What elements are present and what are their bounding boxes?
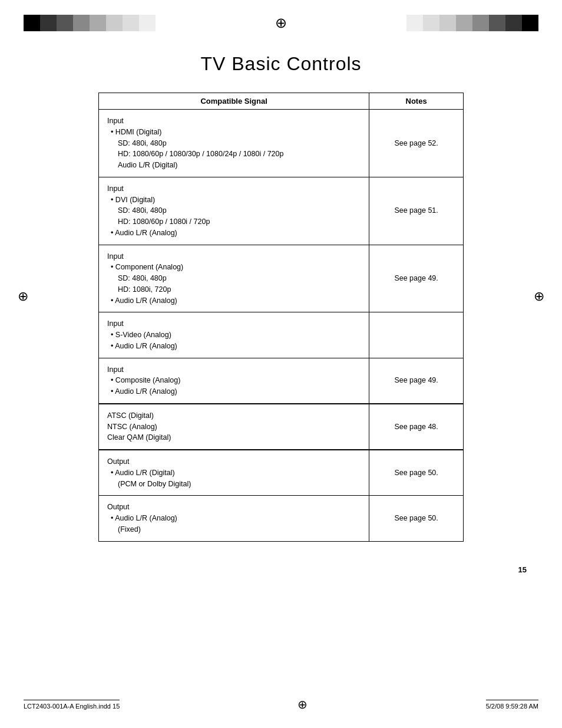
notes-cell-composite: See page 49. xyxy=(369,358,464,404)
notes-cell-hdmi: See page 52. xyxy=(369,110,464,177)
grad-cell-r5 xyxy=(472,15,489,31)
signal-output-digital-audio: • Audio L/R (Digital) xyxy=(107,467,361,479)
notes-cell-output-analog: See page 50. xyxy=(369,496,464,541)
col-header-signal: Compatible Signal xyxy=(99,93,369,110)
signal-cell-composite: Input • Composite (Analog) • Audio L/R (… xyxy=(99,358,369,404)
notes-cell-component: See page 49. xyxy=(369,245,464,312)
signal-svideo-audio: • Audio L/R (Analog) xyxy=(107,341,361,352)
table-row: Input • Composite (Analog) • Audio L/R (… xyxy=(99,358,464,404)
signal-component-sd: SD: 480i, 480p xyxy=(107,273,361,284)
table-row: Output • Audio L/R (Analog) (Fixed) See … xyxy=(99,496,464,541)
signal-cell-output-digital: Output • Audio L/R (Digital) (PCM or Dol… xyxy=(99,450,369,496)
signal-svideo: • S-Video (Analog) xyxy=(107,330,361,341)
grad-cell-r1 xyxy=(406,15,423,31)
signal-label-input3: Input xyxy=(107,251,361,262)
signal-composite-audio: • Audio L/R (Analog) xyxy=(107,386,361,397)
grad-cell-7 xyxy=(123,15,139,31)
notes-cell-atsc: See page 48. xyxy=(369,404,464,450)
table-row: Input • HDMI (Digital) SD: 480i, 480p HD… xyxy=(99,110,464,177)
table-row: Output • Audio L/R (Digital) (PCM or Dol… xyxy=(99,450,464,496)
signal-output-analog-audio: • Audio L/R (Analog) xyxy=(107,513,361,524)
grad-cell-r7 xyxy=(505,15,522,31)
signal-output-pcm: (PCM or Dolby Digital) xyxy=(107,479,361,490)
grad-cell-3 xyxy=(57,15,73,31)
grad-cell-5 xyxy=(90,15,106,31)
signal-dvi: • DVI (Digital) xyxy=(107,195,361,206)
crosshair-left: ⊕ xyxy=(18,289,28,304)
signal-component-audio: • Audio L/R (Analog) xyxy=(107,295,361,307)
signal-component: • Component (Analog) xyxy=(107,262,361,273)
page-title: TV Basic Controls xyxy=(35,53,527,75)
signal-qam: Clear QAM (Digital) xyxy=(107,432,361,443)
signal-dvi-hd: HD: 1080/60p / 1080i / 720p xyxy=(107,216,361,228)
table-row: ATSC (Digital) NTSC (Analog) Clear QAM (… xyxy=(99,404,464,450)
col-header-notes: Notes xyxy=(369,93,464,110)
signal-label-input4: Input xyxy=(107,318,361,330)
grad-cell-r2 xyxy=(423,15,439,31)
grad-cell-r4 xyxy=(456,15,472,31)
table-row: Input • S-Video (Analog) • Audio L/R (An… xyxy=(99,312,464,358)
page-number-value: 15 xyxy=(518,565,527,574)
signal-hdmi-sd: SD: 480i, 480p xyxy=(107,138,361,149)
page-content: TV Basic Controls Compatible Signal Note… xyxy=(0,41,562,565)
table-row: Input • Component (Analog) SD: 480i, 480… xyxy=(99,245,464,312)
signal-cell-svideo: Input • S-Video (Analog) • Audio L/R (An… xyxy=(99,312,369,358)
header-bar: ⊕ xyxy=(0,0,562,41)
notes-cell-svideo xyxy=(369,312,464,358)
crosshair-top: ⊕ xyxy=(275,16,287,30)
signal-output-label1: Output xyxy=(107,456,361,467)
gradient-right xyxy=(406,14,538,32)
grad-cell-r8 xyxy=(522,15,538,31)
grad-cell-r6 xyxy=(489,15,505,31)
signal-hdmi-audio: Audio L/R (Digital) xyxy=(107,160,361,171)
signal-component-hd: HD: 1080i, 720p xyxy=(107,284,361,295)
signal-label-input2: Input xyxy=(107,183,361,195)
signal-cell-hdmi: Input • HDMI (Digital) SD: 480i, 480p HD… xyxy=(99,110,369,177)
gradient-left xyxy=(24,14,156,32)
notes-cell-dvi: See page 51. xyxy=(369,177,464,245)
grad-cell-2 xyxy=(40,15,57,31)
signal-composite: • Composite (Analog) xyxy=(107,375,361,386)
signal-output-fixed: (Fixed) xyxy=(107,524,361,535)
footer-timestamp: 5/2/08 9:59:28 AM xyxy=(486,700,538,710)
signal-cell-atsc: ATSC (Digital) NTSC (Analog) Clear QAM (… xyxy=(99,404,369,450)
table-header-row: Compatible Signal Notes xyxy=(99,93,464,110)
signal-atsc: ATSC (Digital) xyxy=(107,410,361,421)
page-number: 15 xyxy=(0,565,562,580)
signal-dvi-audio: • Audio L/R (Analog) xyxy=(107,228,361,239)
signal-cell-dvi: Input • DVI (Digital) SD: 480i, 480p HD:… xyxy=(99,177,369,245)
signal-cell-component: Input • Component (Analog) SD: 480i, 480… xyxy=(99,245,369,312)
table-row: Input • DVI (Digital) SD: 480i, 480p HD:… xyxy=(99,177,464,245)
crosshair-bottom: ⊕ xyxy=(297,699,308,710)
signal-label-input1: Input xyxy=(107,116,361,127)
grad-cell-1 xyxy=(24,15,40,31)
signal-label-input5: Input xyxy=(107,364,361,375)
signal-hdmi: • HDMI (Digital) xyxy=(107,127,361,138)
grad-cell-4 xyxy=(73,15,90,31)
signal-dvi-sd: SD: 480i, 480p xyxy=(107,205,361,216)
footer-filename: LCT2403-001A-A English.indd 15 xyxy=(24,700,120,710)
footer: LCT2403-001A-A English.indd 15 ⊕ 5/2/08 … xyxy=(0,699,562,710)
compatible-signal-table: Compatible Signal Notes Input • HDMI (Di… xyxy=(98,93,464,542)
crosshair-right: ⊕ xyxy=(534,289,544,304)
signal-cell-output-analog: Output • Audio L/R (Analog) (Fixed) xyxy=(99,496,369,541)
signal-ntsc: NTSC (Analog) xyxy=(107,421,361,433)
grad-cell-8 xyxy=(139,15,156,31)
signal-output-label2: Output xyxy=(107,502,361,513)
signal-hdmi-hd: HD: 1080/60p / 1080/30p / 1080/24p / 108… xyxy=(107,149,361,160)
grad-cell-r3 xyxy=(439,15,456,31)
notes-cell-output-digital: See page 50. xyxy=(369,450,464,496)
grad-cell-6 xyxy=(106,15,123,31)
